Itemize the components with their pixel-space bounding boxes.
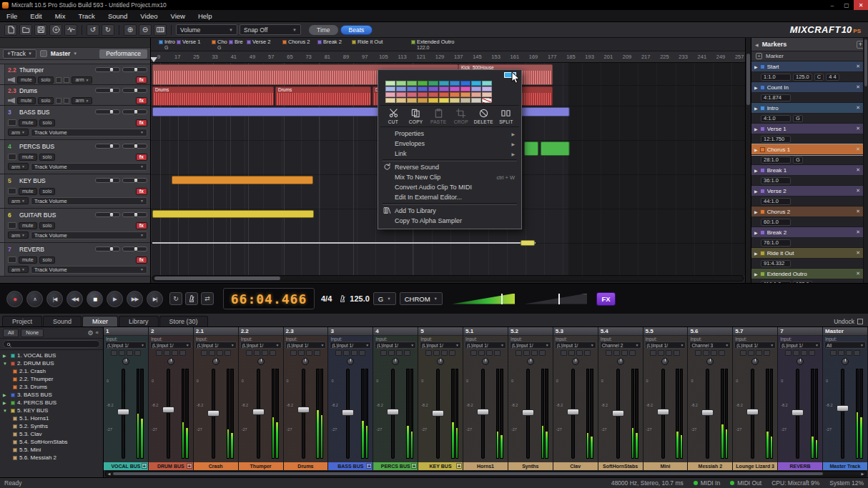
automation-icon[interactable]	[64, 98, 69, 104]
close-button[interactable]: ✕	[854, 0, 868, 10]
timeline-marker-flag[interactable]: Verse 1	[177, 39, 200, 45]
fader-handle[interactable]	[297, 407, 310, 413]
timeline-marker-flag[interactable]: Extended Outro122.0	[411, 39, 455, 51]
solo-mini-button[interactable]	[494, 350, 500, 356]
play-button[interactable]: ▶	[107, 291, 123, 307]
split-button[interactable]: SPLIT	[495, 109, 517, 124]
mute-mini-button[interactable]	[127, 350, 133, 356]
fader-track[interactable]	[257, 369, 260, 459]
pan-knob[interactable]	[437, 358, 444, 365]
redo-icon[interactable]: ↻	[102, 24, 114, 36]
fader-handle[interactable]	[657, 409, 669, 415]
fader-track[interactable]	[481, 369, 485, 459]
menu-item-reverse-sound[interactable]: Reverse Sound	[380, 162, 519, 172]
mute-mini-button[interactable]	[666, 350, 672, 356]
pan-knob[interactable]	[167, 358, 174, 365]
mute-button[interactable]: mute	[19, 154, 37, 161]
mixer-strip-bass-bus[interactable]: 3Input:(L)Input 1/▼0-8.2-27BASS BUS+	[328, 327, 373, 470]
menu-video[interactable]: Video	[134, 12, 164, 20]
midi-merge-button[interactable]: ⇄	[201, 292, 214, 305]
solo-button[interactable]: solo	[38, 97, 54, 104]
marker-position-field[interactable]: 1:1.0	[761, 74, 791, 81]
solo-mini-button[interactable]	[314, 350, 320, 356]
mute-button[interactable]: mute	[19, 222, 37, 229]
mixer-strip-clav[interactable]: 5.3Input:(L)Input 1/▼0-8.2-27Clav	[553, 327, 598, 470]
timeline-marker-flag[interactable]: Break 2	[317, 39, 342, 45]
marker-key-field[interactable]: G	[793, 156, 803, 164]
color-swatch[interactable]	[450, 81, 460, 86]
tree-expand-icon[interactable]: ▶	[3, 400, 9, 405]
pan-knob[interactable]	[751, 358, 759, 365]
fx-mini-button[interactable]	[613, 350, 620, 356]
delete-button[interactable]: DELETE	[473, 109, 494, 124]
fx-button[interactable]: fx	[136, 188, 147, 195]
fader-handle[interactable]	[162, 407, 174, 413]
color-swatch[interactable]	[418, 92, 428, 97]
arm-button[interactable]: arm ▼	[8, 129, 29, 136]
mute-mini-button[interactable]	[441, 350, 448, 356]
scrollbar-thumb[interactable]	[864, 39, 867, 86]
track-volume-dropdown[interactable]: Track Volume▼	[31, 231, 147, 239]
track-volume-dropdown[interactable]: Track Volume▼	[31, 129, 147, 136]
color-swatch[interactable]	[407, 92, 417, 97]
menu-item-copy-to-alpha-sampler[interactable]: Copy To Alpha Sampler	[380, 216, 519, 226]
marker-position-field[interactable]: 4:1.874	[761, 94, 791, 101]
fx-mini-button[interactable]	[703, 350, 709, 356]
timeline-marker-flag[interactable]: Ride it Out	[352, 39, 383, 45]
mixer-strip-softhornstabs[interactable]: 5.4Input:Channel 2▼0-8.2-27SoftHornStabs	[598, 327, 643, 470]
arm-button[interactable]: arm ▼	[8, 266, 29, 273]
tree-item-5-6-messiah-2[interactable]: 5.6. Messiah 2	[0, 454, 103, 462]
marker-position-field[interactable]: 4:1.0	[761, 115, 791, 122]
mute-mini-button[interactable]	[711, 350, 717, 356]
scrollbar-thumb[interactable]	[746, 54, 750, 105]
solo-mini-button[interactable]	[449, 350, 455, 356]
tree-item-2-1-crash[interactable]: 2.1. Crash	[0, 367, 103, 375]
arm-mini-button[interactable]	[785, 350, 791, 356]
strip-name[interactable]: Drums	[284, 462, 328, 470]
marker-row-verse-1[interactable]: ▶Verse 1✕	[751, 124, 863, 134]
timeline-marker-flag[interactable]: Bre	[229, 39, 243, 45]
arm-mini-button[interactable]	[516, 350, 522, 356]
track-volume-slider[interactable]	[95, 212, 120, 217]
fader-handle[interactable]	[567, 409, 579, 415]
arm-mini-button[interactable]	[425, 350, 432, 356]
strip-name[interactable]: Messiah 2	[688, 462, 732, 470]
track-header-thumper[interactable]: 2.2Thumpermutesoloarm ▼fx	[0, 64, 150, 85]
select-none-button[interactable]: None	[21, 329, 44, 337]
strip-name[interactable]: KEY BUS+	[418, 462, 463, 470]
track-header-bass-bus[interactable]: 3BASS BUSmutesolofxarm ▼Track Volume▼	[0, 106, 150, 140]
fx-mini-button[interactable]	[838, 350, 844, 356]
stop-button[interactable]: ■	[87, 291, 103, 307]
no-color-swatch[interactable]	[482, 98, 492, 103]
metronome-button[interactable]	[185, 292, 198, 305]
strip-input-dropdown[interactable]: (L)Input 1/▼	[420, 342, 461, 349]
arm-mini-button[interactable]	[290, 350, 297, 356]
menu-help[interactable]: Help	[192, 12, 219, 20]
color-swatch[interactable]	[396, 98, 406, 103]
tree-item-1-vocal-bus[interactable]: ▶1. VOCAL BUS	[0, 352, 103, 359]
mixer-strip-synths[interactable]: 5.2Input:(L)Input 1/▼0-8.2-27Synths	[508, 327, 553, 470]
strip-name[interactable]: Clav	[553, 462, 598, 470]
fx-mini-button[interactable]	[478, 350, 485, 356]
fader-handle[interactable]	[477, 409, 489, 415]
mute-mini-button[interactable]	[217, 350, 223, 356]
marker-position-field[interactable]: 44:1.0	[761, 198, 791, 205]
undock-button[interactable]: Undock	[834, 318, 866, 327]
automation-icon[interactable]	[64, 77, 69, 83]
fader-handle[interactable]	[791, 409, 804, 416]
audio-clip[interactable]: Drums	[152, 86, 274, 106]
arm-mini-button[interactable]	[740, 350, 746, 356]
add-track-button[interactable]: +Track▼	[3, 49, 36, 59]
fader-track[interactable]	[616, 369, 620, 459]
tab-mixer[interactable]: Mixer	[82, 316, 118, 327]
color-swatch[interactable]	[439, 92, 449, 97]
tab-project[interactable]: Project	[2, 316, 42, 327]
color-swatch[interactable]	[428, 86, 438, 91]
fader-track[interactable]	[526, 369, 530, 459]
menu-item-add-to-library[interactable]: Add To Library	[380, 206, 519, 216]
mute-mini-button[interactable]	[306, 350, 312, 356]
fader-handle[interactable]	[837, 405, 849, 412]
strip-name[interactable]: Lounge Lizard 3	[733, 462, 777, 470]
fx-mini-button[interactable]	[119, 350, 125, 356]
strip-name[interactable]: REVERB	[778, 462, 822, 470]
